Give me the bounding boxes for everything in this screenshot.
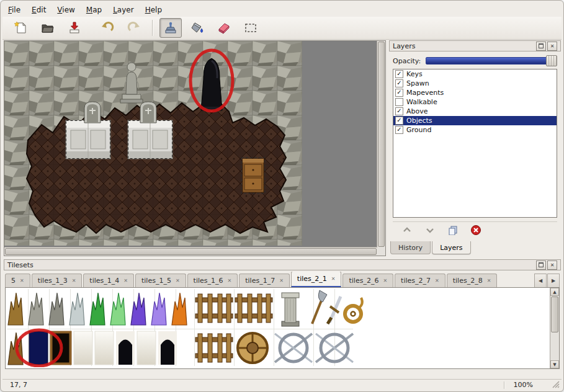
duplicate-layer-button[interactable] [446,224,460,236]
layer-visibility-checkbox[interactable]: ✓ [395,70,403,78]
layer-row-ground[interactable]: ✓ Ground [393,125,557,135]
layer-label: Objects [406,117,432,125]
white-fade-tile[interactable] [95,331,114,365]
delete-layer-button[interactable] [469,224,483,236]
layer-visibility-checkbox[interactable]: ✓ [395,79,403,87]
tileset-canvas[interactable] [6,288,549,367]
tab-close-icon[interactable]: ✕ [435,278,439,283]
tab-close-icon[interactable]: ✕ [487,278,491,283]
white-fade-tile[interactable] [137,331,156,365]
layer-visibility-checkbox[interactable]: ✓ [395,107,403,115]
opacity-slider-handle[interactable] [546,55,557,66]
close-panel-button[interactable]: ✕ [547,42,557,51]
tileset-selected-tile[interactable] [29,331,48,365]
check-icon: ✓ [396,70,401,77]
layer-row-walkable[interactable]: ✓ Walkable [393,97,557,107]
scroll-down-button[interactable]: ▼ [550,360,559,368]
float-panel-button[interactable] [536,42,546,51]
cursor-position: 17, 7 [10,381,495,389]
dark-arch-tile[interactable] [116,331,135,365]
map-canvas[interactable] [4,41,302,246]
undo-button[interactable] [96,18,119,38]
menu-view[interactable]: View [51,4,80,16]
scroll-tabs-right-button[interactable]: ▶ [547,274,560,288]
move-layer-down-button[interactable] [423,224,437,236]
menu-edit[interactable]: Edit [26,4,51,16]
new-file-icon [14,21,28,35]
check-icon: ✓ [396,117,401,123]
layer-row-objects[interactable]: ✓ Objects [393,116,557,125]
white-tile[interactable] [74,331,92,365]
layer-label: Mapevents [406,89,444,97]
open-folder-icon [41,21,55,35]
map-vertical-scrollbar[interactable] [377,41,385,247]
tileset-tab-tiles_1_3[interactable]: tiles_1_3✕ [32,274,83,287]
layer-visibility-checkbox[interactable]: ✓ [395,98,403,106]
tab-close-icon[interactable]: ✕ [20,278,24,283]
eraser-tool-button[interactable] [213,18,235,38]
scroll-up-button[interactable]: ▲ [550,288,559,296]
tab-close-icon[interactable]: ✕ [228,278,232,283]
undo-icon [101,21,114,35]
tab-close-icon[interactable]: ✕ [176,278,180,283]
tilesets-panel: Tilesets ✕ 5✕ tiles_1_3✕ tiles_1_4✕ tile… [4,259,561,379]
tileset-tab-tiles_1_5[interactable]: tiles_1_5✕ [135,274,186,287]
status-separator [504,381,505,389]
save-map-button[interactable] [63,18,86,38]
menu-file[interactable]: File [2,4,26,16]
tilesets-panel-title: Tilesets [7,261,535,269]
tab-close-icon[interactable]: ✕ [279,278,284,283]
turntable-tile[interactable] [238,333,267,363]
menu-help[interactable]: Help [140,4,168,16]
tab-close-icon[interactable]: ✕ [123,278,128,283]
duplicate-layer-icon [448,225,458,235]
new-map-button[interactable] [10,18,32,38]
tileset-tab-tiles_2_7[interactable]: tiles_2_7✕ [395,274,445,287]
close-panel-button[interactable]: ✕ [547,261,557,270]
layer-visibility-checkbox[interactable]: ✓ [395,89,403,97]
layer-row-keys[interactable]: ✓ Keys [393,69,557,79]
map-horizontal-scrollbar[interactable] [4,247,377,256]
layer-row-above[interactable]: ✓ Above [393,107,557,116]
scroll-tabs-left-button[interactable]: ◀ [534,274,547,288]
float-panel-button[interactable] [536,261,546,270]
tab-close-icon[interactable]: ✕ [72,278,76,283]
tileset-tab-tiles_1_4[interactable]: tiles_1_4✕ [83,274,134,287]
layer-visibility-checkbox[interactable]: ✓ [395,126,403,134]
open-map-button[interactable] [37,18,59,38]
tilesets-panel-titlebar: Tilesets ✕ [4,259,561,270]
tileset-tab-partial[interactable]: 5✕ [5,274,30,287]
scrollbar-thumb[interactable] [551,296,558,332]
layer-row-spawn[interactable]: ✓ Spawn [393,79,557,88]
scrollbar-thumb[interactable] [5,248,377,255]
tileset-tab-tiles_2_1[interactable]: tiles_2_1✕ [291,272,342,287]
layer-list[interactable]: ✓ Keys ✓ Spawn ✓ Mapevents ✓ Walkable ✓ … [393,69,557,218]
tileset-tab-tiles_1_7[interactable]: tiles_1_7✕ [239,274,290,287]
menu-map[interactable]: Map [81,4,107,16]
layer-visibility-checkbox[interactable]: ✓ [395,117,403,125]
move-layer-up-button[interactable] [400,224,414,236]
opacity-slider[interactable] [426,57,557,65]
select-tool-button[interactable] [239,18,262,38]
tab-layers[interactable]: Layers [432,241,470,254]
gravestone-right [140,102,156,123]
tab-history[interactable]: History [390,241,431,254]
tab-close-icon[interactable]: ✕ [383,278,387,283]
check-icon: ✓ [396,126,401,133]
stamp-tool-button[interactable] [159,18,182,38]
stamp-tool-icon [164,21,177,35]
tileset-tab-tiles_2_6[interactable]: tiles_2_6✕ [342,274,393,287]
resize-grip[interactable] [552,381,560,388]
dark-arch-tile[interactable] [158,331,177,365]
tileset-scrollbar[interactable]: ▲ ▼ [550,288,559,368]
redo-button[interactable] [123,18,145,38]
map-viewport[interactable] [4,40,386,256]
tileset-content[interactable]: ▲ ▼ [5,287,560,369]
layer-row-mapevents[interactable]: ✓ Mapevents [393,88,557,97]
menu-layer[interactable]: Layer [107,4,139,16]
tileset-tab-tiles_2_8[interactable]: tiles_2_8✕ [447,274,498,287]
tab-close-icon[interactable]: ✕ [331,276,336,282]
scrollbar-thumb[interactable] [378,42,385,247]
tileset-tab-tiles_1_6[interactable]: tiles_1_6✕ [187,274,238,287]
fill-tool-button[interactable] [186,18,208,38]
